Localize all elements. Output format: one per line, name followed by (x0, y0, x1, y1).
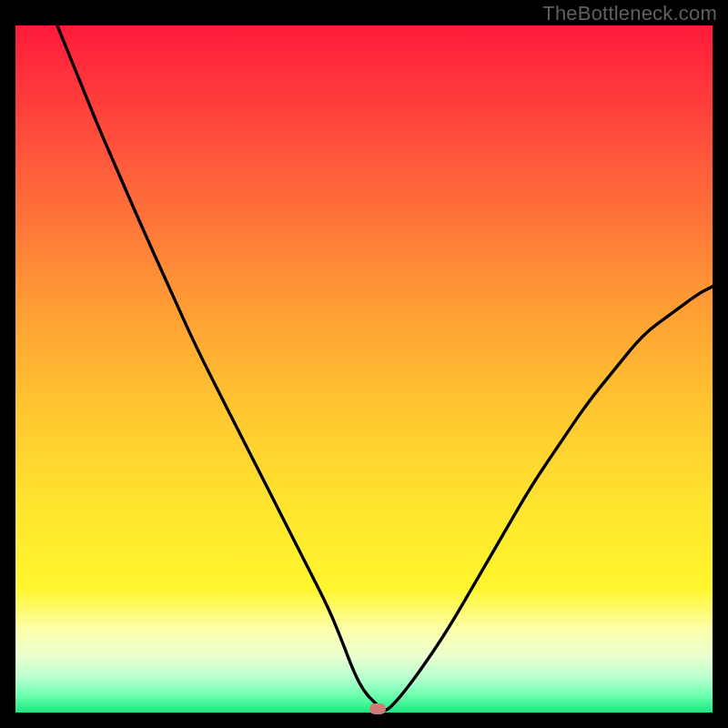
optimum-marker (369, 703, 386, 714)
gradient-background (15, 25, 713, 713)
chart-frame: TheBottleneck.com (0, 0, 728, 728)
bottleneck-plot (15, 25, 713, 713)
watermark-text: TheBottleneck.com (542, 2, 717, 25)
plot-area (15, 25, 713, 713)
